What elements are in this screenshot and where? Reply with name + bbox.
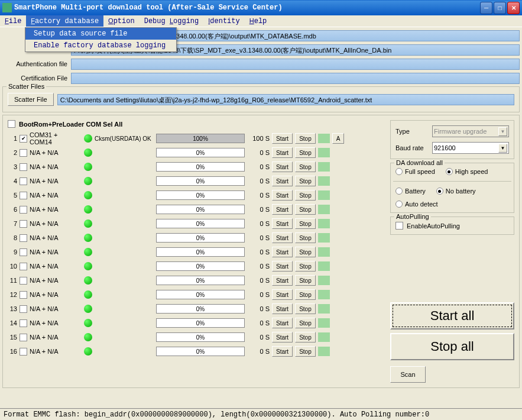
start-button-3[interactable]: Start — [272, 161, 293, 172]
stop-button-4[interactable]: Stop — [295, 176, 316, 186]
port-checkbox-5[interactable] — [20, 192, 27, 199]
stop-button-10[interactable]: Stop — [295, 261, 316, 272]
speed-radio-high-speed[interactable]: High speed — [446, 168, 488, 175]
port-checkbox-4[interactable] — [20, 177, 27, 185]
stop-all-button[interactable]: Stop all — [390, 333, 514, 360]
stop-button-6[interactable]: Stop — [295, 204, 316, 215]
autopull-chk[interactable] — [395, 222, 403, 230]
stop-button-14[interactable]: Stop — [295, 318, 316, 328]
port-checkbox-9[interactable] — [20, 248, 27, 256]
start-button-13[interactable]: Start — [272, 303, 293, 314]
port-name: N/A + N/A — [30, 291, 82, 298]
a-button-1[interactable]: A — [332, 133, 344, 144]
file-field-3[interactable] — [71, 73, 520, 84]
battery-radio-no-battery[interactable]: No battery — [436, 188, 476, 195]
stop-button-2[interactable]: Stop — [295, 147, 316, 158]
port-checkbox-10[interactable] — [20, 263, 27, 270]
port-checkbox-13[interactable] — [20, 305, 27, 313]
close-button[interactable]: ✕ — [507, 2, 520, 14]
maximize-button[interactable]: □ — [494, 2, 506, 14]
menu-debug-logging[interactable]: Debug Logging — [140, 15, 204, 27]
port-checkbox-14[interactable] — [20, 319, 27, 327]
start-button-15[interactable]: Start — [272, 332, 293, 343]
port-row-14: 14 N/A + N/A 0% 0 S Start Stop — [8, 316, 385, 330]
menu-file[interactable]: File — [0, 15, 26, 27]
radio-icon[interactable] — [436, 188, 443, 195]
stop-button-9[interactable]: Stop — [295, 247, 316, 257]
port-index: 10 — [8, 263, 17, 270]
start-button-7[interactable]: Start — [272, 218, 293, 229]
port-row-15: 15 N/A + N/A 0% 0 S Start Stop — [8, 330, 385, 344]
menu-factory-database[interactable]: Factory database — [26, 15, 103, 27]
port-indicator — [318, 233, 330, 243]
scatter-group-title: Scatter Files — [7, 83, 46, 90]
port-checkbox-15[interactable] — [20, 334, 27, 341]
dropdown-item-0[interactable]: Setup data source file — [25, 28, 176, 40]
start-button-2[interactable]: Start — [272, 147, 293, 158]
start-button-1[interactable]: Start — [272, 133, 293, 144]
progress-bar: 0% — [156, 205, 245, 214]
type-select[interactable]: Firmware upgrade ▼ — [432, 125, 509, 137]
port-checkbox-2[interactable] — [20, 149, 27, 157]
progress-bar: 0% — [156, 148, 245, 157]
start-button-4[interactable]: Start — [272, 176, 293, 186]
start-button-14[interactable]: Start — [272, 318, 293, 328]
file-field-2[interactable] — [71, 59, 520, 70]
radio-icon[interactable] — [395, 168, 403, 175]
menu-option[interactable]: Option — [103, 15, 140, 27]
port-row-7: 7 N/A + N/A 0% 0 S Start Stop — [8, 217, 385, 231]
stop-button-12[interactable]: Stop — [295, 289, 316, 300]
radio-icon[interactable] — [395, 201, 403, 208]
port-checkbox-1[interactable]: ✔ — [20, 135, 27, 143]
scatter-file-field[interactable]: C:\Documents and Settings\liutao\桌面\j2a-… — [57, 94, 514, 105]
stop-button-7[interactable]: Stop — [295, 218, 316, 229]
port-indicator — [318, 318, 330, 328]
port-checkbox-3[interactable] — [20, 163, 27, 171]
stop-button-3[interactable]: Stop — [295, 161, 316, 172]
start-button-8[interactable]: Start — [272, 232, 293, 243]
stop-button-8[interactable]: Stop — [295, 232, 316, 243]
radio-icon[interactable] — [446, 168, 453, 175]
speed-radio-full-speed[interactable]: Full speed — [395, 168, 435, 175]
start-button-12[interactable]: Start — [272, 289, 293, 300]
port-index: 2 — [8, 149, 17, 156]
stop-button-1[interactable]: Stop — [295, 133, 316, 144]
port-checkbox-7[interactable] — [20, 220, 27, 228]
start-button-10[interactable]: Start — [272, 261, 293, 272]
select-all-checkbox[interactable] — [8, 120, 15, 128]
battery-radio-battery[interactable]: Battery — [395, 188, 426, 195]
status-led-icon — [84, 219, 92, 228]
baud-select[interactable]: 921600 ▼ — [432, 142, 509, 154]
scatter-file-button[interactable]: Scatter File — [8, 93, 54, 106]
start-all-button[interactable]: Start all — [390, 302, 514, 329]
start-button-16[interactable]: Start — [272, 346, 293, 357]
stop-button-5[interactable]: Stop — [295, 190, 316, 201]
stop-button-16[interactable]: Stop — [295, 346, 316, 357]
start-button-9[interactable]: Start — [272, 247, 293, 257]
start-button-5[interactable]: Start — [272, 190, 293, 201]
status-led-icon — [84, 205, 92, 214]
stop-button-11[interactable]: Stop — [295, 275, 316, 286]
scan-button[interactable]: Scan — [390, 366, 426, 383]
menu-help[interactable]: Help — [245, 15, 272, 27]
file-label-2: Authentication file — [2, 60, 71, 67]
start-button-6[interactable]: Start — [272, 204, 293, 215]
chevron-down-icon[interactable]: ▼ — [498, 127, 507, 136]
radio-icon[interactable] — [395, 188, 403, 195]
stop-button-15[interactable]: Stop — [295, 332, 316, 343]
port-checkbox-8[interactable] — [20, 234, 27, 242]
menu-identity[interactable]: Identity — [203, 15, 244, 27]
port-time: 0 S — [247, 177, 270, 185]
progress-bar: 0% — [156, 162, 245, 172]
minimize-button[interactable]: ─ — [480, 2, 492, 14]
chevron-down-icon[interactable]: ▼ — [498, 144, 507, 153]
dropdown-item-1[interactable]: Enable factory database logging — [25, 40, 176, 51]
port-checkbox-16[interactable] — [20, 348, 27, 356]
start-button-11[interactable]: Start — [272, 275, 293, 286]
port-checkbox-12[interactable] — [20, 291, 27, 299]
battery-radio-auto-detect[interactable]: Auto detect — [395, 201, 438, 208]
stop-button-13[interactable]: Stop — [295, 303, 316, 314]
port-checkbox-6[interactable] — [20, 206, 27, 214]
port-checkbox-11[interactable] — [20, 277, 27, 285]
enable-autopulling-checkbox[interactable]: EnableAutoPulling — [395, 222, 509, 230]
